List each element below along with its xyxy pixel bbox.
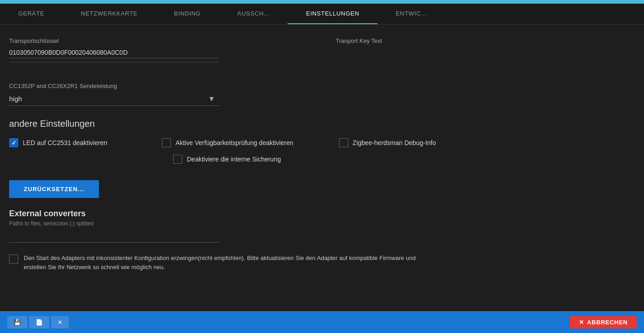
transport-key-col: Transportschlüssel — [9, 37, 309, 72]
external-converters-section: External converters Paths to files, semi… — [9, 209, 635, 243]
sendeleistung-label: CC1352P and CC26X2R1 Sendeleistung — [9, 83, 635, 89]
save-button[interactable]: 💾 — [7, 316, 27, 328]
tab-netzwerkkarte[interactable]: NETZWERKKARTE — [62, 4, 156, 24]
cancel-button[interactable]: ✕ ABBRECHEN — [570, 316, 637, 328]
checkbox-sicherung-item[interactable]: Deaktiviere die interne Sicherung — [173, 155, 281, 164]
transport-key-row: Transportschlüssel Tranport Key Text — [9, 37, 635, 72]
tab-aussch[interactable]: AUSSCH... — [219, 4, 288, 24]
bottom-icon-3: ✕ — [57, 319, 62, 326]
tab-einstellungen[interactable]: EINSTELLUNGEN — [288, 4, 377, 24]
tab-binding[interactable]: BINDING — [156, 4, 219, 24]
checkbox-verfuegbarkeit-wrapper: Aktive Verfügbarkeitsprüfung deaktiviere… — [162, 138, 293, 147]
force-start-row: Den Start des Adapters mit inkonsistente… — [9, 254, 635, 271]
checkbox-led-label: LED auf CC2531 deaktivieren — [23, 139, 107, 146]
sendeleistung-select[interactable]: high medium low — [9, 92, 219, 106]
other-settings-section: andere Einstellungen LED auf CC2531 deak… — [9, 119, 635, 164]
checkbox-sicherung-box[interactable] — [173, 155, 182, 164]
transport-key-text-label: Tranport Key Text — [336, 37, 635, 44]
checkbox-row-1: LED auf CC2531 deaktivieren Aktive Verfü… — [9, 138, 635, 147]
other-settings-title: andere Einstellungen — [9, 119, 635, 129]
save-icon: 💾 — [14, 319, 21, 326]
force-start-checkbox[interactable] — [9, 255, 18, 264]
main-content: Transportschlüssel Tranport Key Text CC1… — [0, 25, 644, 281]
bottom-icon-2: 📄 — [36, 319, 43, 326]
bottom-bar-left: 💾 📄 ✕ — [7, 316, 69, 328]
checkbox-led-item[interactable]: LED auf CC2531 deaktivieren — [9, 138, 107, 147]
external-converters-sub: Paths to files, semicolon (;) splitted — [9, 220, 635, 227]
transport-key-text-col: Tranport Key Text — [336, 37, 635, 72]
transport-key-label: Transportschlüssel — [9, 37, 309, 44]
checkbox-verfuegbarkeit-item[interactable]: Aktive Verfügbarkeitsprüfung deaktiviere… — [162, 138, 293, 147]
checkbox-zigbee-wrapper: Zigbee-herdsman Debug-Info — [339, 138, 436, 147]
sendeleistung-section: CC1352P and CC26X2R1 Sendeleistung high … — [9, 83, 635, 106]
checkbox-row-2: Deaktiviere die interne Sicherung — [9, 155, 635, 164]
bottom-btn-3[interactable]: ✕ — [51, 316, 69, 328]
checkbox-led-box[interactable] — [9, 138, 18, 147]
checkbox-sicherung-label: Deaktiviere die interne Sicherung — [187, 156, 281, 163]
bottom-btn-2[interactable]: 📄 — [29, 316, 49, 328]
checkbox-verfuegbarkeit-label: Aktive Verfügbarkeitsprüfung deaktiviere… — [175, 139, 293, 146]
force-start-text: Den Start des Adapters mit inkonsistente… — [24, 254, 434, 271]
tab-entwic[interactable]: ENTWIC... — [377, 4, 445, 24]
checkbox-verfuegbarkeit-box[interactable] — [162, 138, 171, 147]
checkbox-sicherung-wrapper: Deaktiviere die interne Sicherung — [173, 155, 281, 164]
bottom-bar: 💾 📄 ✕ ✕ ABBRECHEN — [0, 311, 644, 333]
checkbox-zigbee-label: Zigbee-herdsman Debug-Info — [353, 139, 436, 146]
checkbox-zigbee-item[interactable]: Zigbee-herdsman Debug-Info — [339, 138, 436, 147]
reset-button[interactable]: ZURÜCKSETZEN... — [9, 180, 99, 198]
tab-geraete[interactable]: GERÄTE — [0, 4, 62, 24]
sendeleistung-dropdown-wrapper: high medium low ▼ — [9, 92, 219, 106]
nav-tabs: GERÄTE NETZWERKKARTE BINDING AUSSCH... E… — [0, 4, 644, 25]
top-bar — [0, 0, 644, 4]
cancel-x-icon: ✕ — [579, 319, 584, 326]
checkbox-zigbee-box[interactable] — [339, 138, 348, 147]
external-converters-input[interactable] — [9, 231, 219, 243]
transport-key-input[interactable] — [9, 47, 219, 58]
cancel-label: ABBRECHEN — [587, 319, 628, 326]
external-converters-title: External converters — [9, 209, 635, 219]
